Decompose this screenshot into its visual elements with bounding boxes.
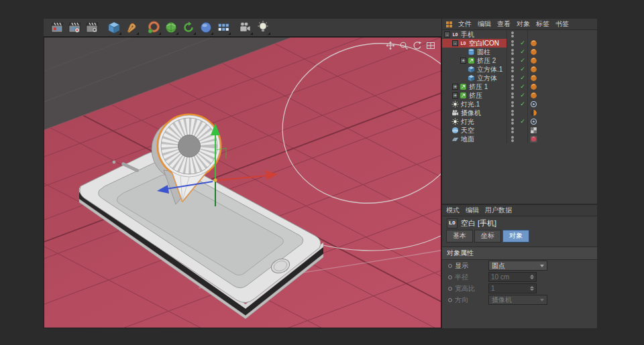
visibility-dots[interactable] xyxy=(506,109,518,117)
rotate-view-icon[interactable] xyxy=(413,41,422,50)
array-generator-icon[interactable] xyxy=(215,19,231,36)
object-name[interactable]: 挤压 1 xyxy=(469,82,488,91)
enable-check[interactable] xyxy=(518,30,527,39)
viewport-scene[interactable] xyxy=(44,38,441,328)
enable-check[interactable]: ✓ xyxy=(518,48,527,56)
protection-tag-icon[interactable] xyxy=(530,109,537,117)
expand-toggle-icon[interactable]: - xyxy=(444,31,450,38)
tree-row[interactable]: +挤压 2 ✓ xyxy=(442,56,597,65)
expand-toggle-icon[interactable]: + xyxy=(452,92,458,98)
visibility-dots[interactable] xyxy=(506,30,518,39)
enable-check[interactable] xyxy=(518,109,527,117)
visibility-dots[interactable] xyxy=(506,48,518,56)
menu-object[interactable]: 对象 xyxy=(517,19,530,29)
visibility-dots[interactable] xyxy=(506,39,518,48)
menu-user-data[interactable]: 用户数据 xyxy=(485,206,512,215)
tree-row[interactable]: 圆柱 ✓ xyxy=(442,48,597,56)
tree-row-selected[interactable]: -L0空白ICON ✓ xyxy=(442,39,597,48)
menu-edit[interactable]: 编辑 xyxy=(478,19,491,29)
visibility-dots[interactable] xyxy=(506,135,518,143)
object-name[interactable]: 天空 xyxy=(461,126,474,135)
stepper-arrows-icon[interactable] xyxy=(530,286,534,291)
phong-tag-icon[interactable] xyxy=(530,83,537,90)
visibility-dots[interactable] xyxy=(506,91,518,100)
enable-check[interactable] xyxy=(518,126,527,135)
menu-file[interactable]: 文件 xyxy=(458,19,472,29)
menu-edit[interactable]: 编辑 xyxy=(466,206,479,215)
keyframe-ring-icon[interactable] xyxy=(448,287,452,291)
zoom-view-icon[interactable] xyxy=(399,41,409,50)
enable-check[interactable] xyxy=(518,135,527,143)
tab-basic[interactable]: 基本 xyxy=(446,230,473,243)
pen-spline-icon[interactable] xyxy=(123,19,140,36)
render-picture-viewer-icon[interactable] xyxy=(66,19,83,36)
object-name[interactable]: 挤压 2 xyxy=(477,56,496,65)
phong-tag-icon[interactable] xyxy=(530,92,537,99)
tree-row[interactable]: 立方体.1 ✓ xyxy=(442,65,597,74)
tree-row[interactable]: +挤压 1 ✓ xyxy=(442,82,597,91)
tab-coordinates[interactable]: 坐标 xyxy=(474,230,501,243)
viewport[interactable] xyxy=(44,37,441,328)
visibility-dots[interactable] xyxy=(506,65,518,74)
tree-row[interactable]: 灯光.1 ✓ xyxy=(442,100,597,109)
texture-tag-icon[interactable] xyxy=(530,135,537,143)
pan-view-icon[interactable] xyxy=(386,41,395,50)
object-name[interactable]: 摄像机 xyxy=(461,109,481,117)
tree-row[interactable]: -L0手机 xyxy=(442,30,597,39)
aspect-input[interactable]: 1 xyxy=(488,283,537,293)
menu-bookmark[interactable]: 书签 xyxy=(555,19,569,29)
visibility-dots[interactable] xyxy=(506,100,518,109)
compositing-tag-icon[interactable] xyxy=(530,127,537,134)
enable-check[interactable]: ✓ xyxy=(518,100,527,109)
menu-tag[interactable]: 标签 xyxy=(536,19,549,29)
subdivision-generator-icon[interactable] xyxy=(163,19,179,36)
enable-check[interactable]: ✓ xyxy=(518,91,527,100)
object-name[interactable]: 灯光 xyxy=(461,117,474,126)
visibility-dots[interactable] xyxy=(506,74,518,82)
object-name[interactable]: 地面 xyxy=(461,135,474,143)
expand-toggle-icon[interactable]: - xyxy=(452,40,458,46)
render-settings-icon[interactable] xyxy=(84,19,100,36)
phong-tag-icon[interactable] xyxy=(530,48,537,56)
cube-primitive-icon[interactable] xyxy=(106,19,122,36)
tree-row[interactable]: +挤压 ✓ xyxy=(442,91,597,100)
radius-input[interactable]: 10 cm xyxy=(488,272,537,282)
visibility-dots[interactable] xyxy=(506,82,518,91)
phong-tag-icon[interactable] xyxy=(530,40,537,47)
display-dropdown[interactable]: 圆点 xyxy=(488,261,547,271)
enable-check[interactable]: ✓ xyxy=(518,82,527,91)
target-tag-icon[interactable] xyxy=(530,100,537,108)
visibility-dots[interactable] xyxy=(506,56,518,65)
phong-tag-icon[interactable] xyxy=(530,66,537,73)
visibility-dots[interactable] xyxy=(506,126,518,135)
object-name[interactable]: 空白ICON xyxy=(469,39,499,48)
object-name[interactable]: 灯光.1 xyxy=(461,100,480,109)
tree-row[interactable]: 灯光 ✓ xyxy=(442,117,597,126)
tree-row[interactable]: 地面 xyxy=(442,135,597,143)
object-name[interactable]: 立方体.1 xyxy=(477,65,502,74)
object-name[interactable]: 圆柱 xyxy=(477,48,490,56)
enable-check[interactable]: ✓ xyxy=(518,74,527,82)
enable-check[interactable]: ✓ xyxy=(518,65,527,74)
keyframe-ring-icon[interactable] xyxy=(448,298,452,302)
switch-view-icon[interactable] xyxy=(426,41,435,50)
render-view-icon[interactable] xyxy=(49,19,65,36)
stepper-arrows-icon[interactable] xyxy=(530,275,534,279)
object-name[interactable]: 挤压 xyxy=(469,91,482,100)
keyframe-ring-icon[interactable] xyxy=(448,275,452,279)
enable-check[interactable]: ✓ xyxy=(518,117,527,126)
phong-tag-icon[interactable] xyxy=(530,74,537,82)
menu-mode[interactable]: 模式 xyxy=(446,206,460,215)
object-name[interactable]: 手机 xyxy=(461,30,474,39)
keyframe-ring-icon[interactable] xyxy=(448,264,452,268)
tab-object[interactable]: 对象 xyxy=(502,230,529,243)
tree-row[interactable]: 摄像机 xyxy=(442,109,597,117)
tree-row[interactable]: 天空 xyxy=(442,126,597,135)
rotate-generator-icon[interactable] xyxy=(180,19,197,36)
enable-check[interactable]: ✓ xyxy=(518,56,527,65)
phong-tag-icon[interactable] xyxy=(530,57,537,64)
camera-object-icon[interactable] xyxy=(237,19,254,36)
menu-view[interactable]: 查看 xyxy=(497,19,511,29)
expand-toggle-icon[interactable]: + xyxy=(452,84,458,90)
object-name[interactable]: 立方体 xyxy=(477,74,497,82)
